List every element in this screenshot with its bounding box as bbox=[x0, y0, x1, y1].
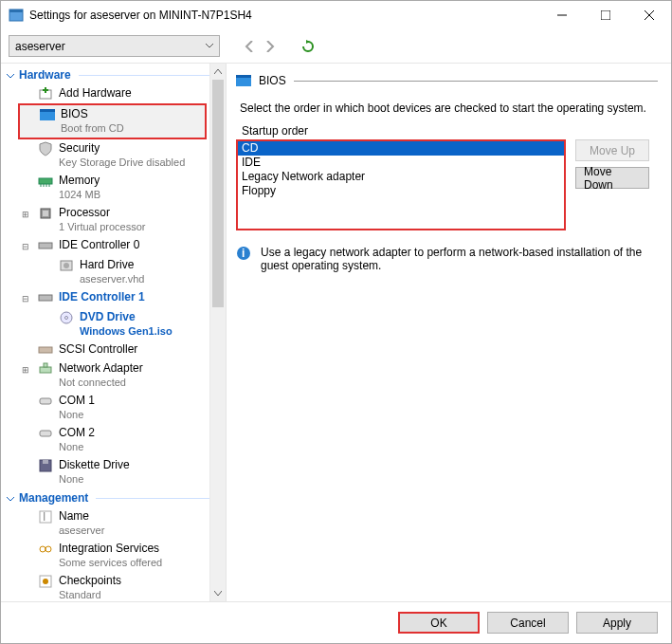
svg-rect-29 bbox=[40, 431, 51, 436]
info-icon: i bbox=[236, 246, 251, 261]
tree-item-integration[interactable]: Integration ServicesSome services offere… bbox=[1, 540, 226, 572]
collapse-icon[interactable] bbox=[7, 71, 15, 80]
shield-icon bbox=[38, 141, 53, 156]
tree-scrollbar[interactable] bbox=[209, 64, 226, 601]
move-down-button[interactable]: Move Down bbox=[575, 167, 649, 189]
com-port-icon bbox=[38, 426, 53, 441]
nav-forward-button[interactable] bbox=[262, 38, 279, 55]
network-icon bbox=[38, 361, 53, 377]
section-hardware: Hardware bbox=[1, 65, 226, 84]
toolbar: aseserver bbox=[1, 29, 671, 64]
tree-item-ide1[interactable]: ⊟ IDE Controller 1 bbox=[1, 288, 226, 308]
svg-rect-1 bbox=[9, 9, 23, 12]
section-hardware-label: Hardware bbox=[19, 68, 71, 82]
close-button[interactable] bbox=[627, 1, 671, 29]
tree-item-processor[interactable]: ⊞ Processor1 Virtual processor bbox=[1, 204, 226, 236]
collapse-icon[interactable]: ⊟ bbox=[22, 292, 32, 306]
svg-text:I: I bbox=[43, 510, 45, 524]
tree-item-netadapter[interactable]: ⊞ Network AdapterNot connected bbox=[1, 359, 226, 392]
controller-icon bbox=[38, 238, 53, 253]
tree-item-harddrive[interactable]: Hard Driveaseserver.vhd bbox=[1, 256, 226, 288]
svg-marker-6 bbox=[306, 40, 310, 44]
checkpoints-icon bbox=[38, 574, 53, 589]
svg-rect-18 bbox=[43, 211, 48, 216]
scroll-up-icon[interactable] bbox=[210, 64, 226, 80]
tree-item-dvd[interactable]: DVD DriveWindows Gen1.iso bbox=[1, 308, 226, 340]
tree-item-scsi[interactable]: SCSI Controller bbox=[1, 340, 226, 359]
bios-icon bbox=[40, 107, 55, 122]
tree-item-checkpoints[interactable]: CheckpointsStandard bbox=[1, 572, 226, 601]
panel-title-row: BIOS bbox=[236, 73, 658, 88]
svg-rect-11 bbox=[40, 109, 55, 112]
diskette-icon bbox=[38, 458, 53, 473]
tree-item-com1[interactable]: COM 1None bbox=[1, 392, 226, 424]
list-item-legacy[interactable]: Legacy Network adapter bbox=[238, 170, 564, 184]
tree-item-diskette[interactable]: Diskette DriveNone bbox=[1, 456, 226, 488]
ok-button[interactable]: OK bbox=[398, 612, 480, 634]
svg-point-35 bbox=[45, 546, 51, 552]
info-row: i Use a legacy network adapter to perfor… bbox=[236, 246, 658, 272]
nav-back-button[interactable] bbox=[241, 38, 258, 55]
bios-icon bbox=[236, 73, 251, 88]
minimize-button[interactable] bbox=[540, 1, 584, 29]
memory-icon bbox=[38, 174, 53, 189]
expand-icon[interactable]: ⊞ bbox=[22, 208, 32, 222]
svg-point-24 bbox=[65, 317, 68, 320]
scroll-thumb[interactable] bbox=[212, 80, 224, 307]
chevron-down-icon bbox=[206, 44, 213, 48]
svg-text:i: i bbox=[242, 247, 245, 260]
svg-rect-28 bbox=[40, 398, 51, 404]
nav-tree-panel: Hardware Add Hardware BIOSBoot from CD bbox=[1, 64, 227, 601]
com-port-icon bbox=[38, 394, 53, 409]
list-item-ide[interactable]: IDE bbox=[238, 156, 564, 170]
move-up-button[interactable]: Move Up bbox=[575, 139, 649, 161]
svg-rect-12 bbox=[39, 178, 52, 184]
svg-rect-25 bbox=[39, 347, 52, 353]
window-controls bbox=[540, 1, 671, 29]
startup-order-list[interactable]: CD IDE Legacy Network adapter Floppy bbox=[236, 139, 566, 230]
tree-item-add-hardware[interactable]: Add Hardware bbox=[1, 84, 226, 103]
section-management-label: Management bbox=[19, 491, 88, 505]
titlebar: Settings for aseserver on MININT-N7P1SH4 bbox=[1, 1, 671, 29]
integration-icon bbox=[38, 542, 53, 557]
svg-rect-27 bbox=[44, 363, 47, 367]
tree-item-memory[interactable]: Memory1024 MB bbox=[1, 172, 226, 204]
vm-selector[interactable]: aseserver bbox=[9, 35, 220, 57]
tree-item-ide0[interactable]: ⊟ IDE Controller 0 bbox=[1, 236, 226, 256]
dvd-icon bbox=[59, 310, 74, 325]
tree-item-security[interactable]: SecurityKey Storage Drive disabled bbox=[1, 139, 226, 172]
harddrive-icon bbox=[59, 258, 74, 273]
footer: OK Cancel Apply bbox=[1, 601, 671, 643]
info-text: Use a legacy network adapter to perform … bbox=[261, 246, 658, 272]
refresh-button[interactable] bbox=[300, 38, 317, 55]
svg-point-21 bbox=[64, 263, 69, 268]
svg-rect-22 bbox=[39, 295, 52, 301]
scsi-icon bbox=[38, 342, 53, 358]
processor-icon bbox=[38, 206, 53, 221]
detail-panel: BIOS Select the order in which boot devi… bbox=[227, 64, 671, 601]
tree-item-bios[interactable]: BIOSBoot from CD bbox=[20, 105, 205, 138]
svg-rect-31 bbox=[43, 460, 48, 464]
maximize-button[interactable] bbox=[584, 1, 627, 29]
svg-point-34 bbox=[40, 546, 45, 552]
svg-rect-19 bbox=[39, 243, 52, 248]
svg-rect-26 bbox=[40, 367, 51, 373]
controller-icon bbox=[38, 290, 53, 305]
collapse-icon[interactable]: ⊟ bbox=[22, 240, 32, 254]
body: Hardware Add Hardware BIOSBoot from CD bbox=[1, 64, 671, 601]
apply-button[interactable]: Apply bbox=[576, 612, 658, 634]
tree-item-com2[interactable]: COM 2None bbox=[1, 424, 226, 456]
list-item-floppy[interactable]: Floppy bbox=[238, 184, 564, 198]
collapse-icon[interactable] bbox=[7, 494, 15, 503]
svg-point-37 bbox=[43, 579, 48, 584]
panel-title: BIOS bbox=[259, 74, 286, 87]
tree-item-name[interactable]: I Nameaseserver bbox=[1, 507, 226, 540]
expand-icon[interactable]: ⊞ bbox=[22, 363, 32, 377]
settings-window: Settings for aseserver on MININT-N7P1SH4… bbox=[0, 0, 672, 644]
scroll-down-icon[interactable] bbox=[210, 585, 226, 601]
svg-rect-42 bbox=[236, 75, 251, 78]
add-hardware-icon bbox=[38, 86, 53, 101]
cancel-button[interactable]: Cancel bbox=[487, 612, 569, 634]
list-item-cd[interactable]: CD bbox=[238, 141, 564, 156]
nav-tree[interactable]: Hardware Add Hardware BIOSBoot from CD bbox=[1, 64, 226, 601]
